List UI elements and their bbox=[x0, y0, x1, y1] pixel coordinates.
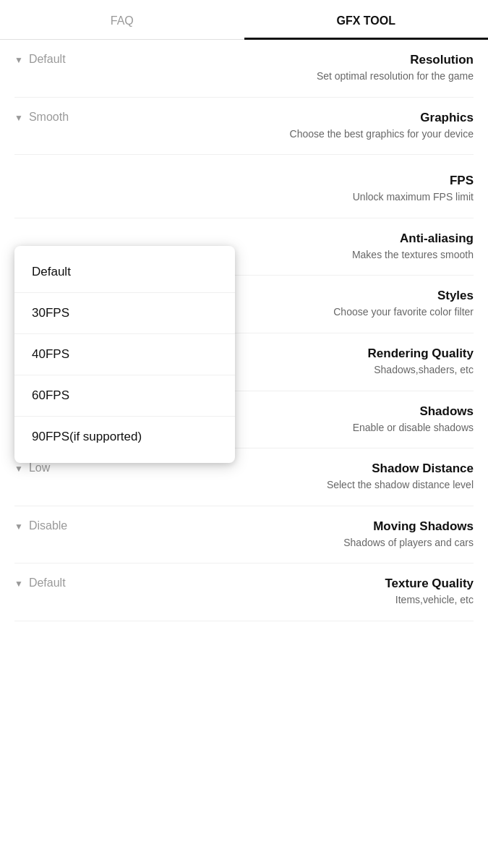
setting-right-fps: FPS Unlock maximum FPS limit bbox=[145, 174, 474, 205]
setting-row-texture-quality[interactable]: ▼ Default Texture Quality Items,vehicle,… bbox=[14, 563, 474, 621]
fps-option-90[interactable]: 90FPS(if supported) bbox=[14, 417, 235, 457]
chevron-icon-graphics: ▼ bbox=[14, 113, 23, 123]
graphics-value: Smooth bbox=[29, 111, 69, 124]
header: FAQ GFX TOOL bbox=[0, 0, 488, 40]
shadow-distance-value: Low bbox=[29, 461, 50, 475]
fps-title: FPS bbox=[145, 174, 474, 188]
setting-row-moving-shadows[interactable]: ▼ Disable Moving Shadows Shadows of play… bbox=[14, 506, 474, 564]
chevron-icon-resolution: ▼ bbox=[14, 55, 23, 65]
resolution-title: Resolution bbox=[145, 53, 474, 67]
chevron-icon-shadow-distance: ▼ bbox=[14, 464, 23, 474]
fps-desc: Unlock maximum FPS limit bbox=[145, 190, 474, 205]
setting-left-texture-quality: ▼ Default bbox=[14, 576, 145, 590]
chevron-icon-texture-quality: ▼ bbox=[14, 579, 23, 589]
setting-left-moving-shadows: ▼ Disable bbox=[14, 519, 145, 532]
anti-aliasing-title: Anti-aliasing bbox=[145, 231, 474, 246]
resolution-value: Default bbox=[29, 53, 66, 66]
fps-option-default[interactable]: Default bbox=[14, 252, 235, 293]
shadow-distance-title: Shadow Distance bbox=[145, 461, 474, 476]
setting-left-resolution: ▼ Default bbox=[14, 53, 145, 66]
fps-option-40[interactable]: 40FPS bbox=[14, 334, 235, 375]
chevron-icon-moving-shadows: ▼ bbox=[14, 522, 23, 532]
tab-faq[interactable]: FAQ bbox=[0, 0, 244, 39]
texture-quality-value: Default bbox=[29, 576, 66, 590]
setting-right-shadow-distance: Shadow Distance Select the shadow distan… bbox=[145, 461, 474, 493]
setting-row-resolution[interactable]: ▼ Default Resolution Set optimal resolut… bbox=[14, 40, 474, 98]
moving-shadows-desc: Shadows of players and cars bbox=[145, 536, 474, 550]
setting-row-graphics[interactable]: ▼ Smooth Graphics Choose the best graphi… bbox=[14, 98, 474, 156]
shadow-distance-desc: Select the shadow distance level bbox=[145, 478, 474, 493]
resolution-desc: Set optimal resolution for the game bbox=[145, 69, 474, 84]
texture-quality-title: Texture Quality bbox=[145, 576, 474, 591]
graphics-desc: Choose the best graphics for your device bbox=[145, 127, 474, 142]
moving-shadows-value: Disable bbox=[29, 519, 67, 532]
fps-option-30[interactable]: 30FPS bbox=[14, 293, 235, 334]
texture-quality-desc: Items,vehicle, etc bbox=[145, 593, 474, 608]
fps-option-60[interactable]: 60FPS bbox=[14, 375, 235, 417]
setting-left-shadow-distance: ▼ Low bbox=[14, 461, 145, 475]
fps-dropdown: Default 30FPS 40FPS 60FPS 90FPS(if suppo… bbox=[14, 246, 235, 463]
setting-right-resolution: Resolution Set optimal resolution for th… bbox=[145, 53, 474, 84]
setting-right-moving-shadows: Moving Shadows Shadows of players and ca… bbox=[145, 519, 474, 550]
moving-shadows-title: Moving Shadows bbox=[145, 519, 474, 534]
setting-left-graphics: ▼ Smooth bbox=[14, 111, 145, 124]
setting-row-fps[interactable]: FPS Unlock maximum FPS limit bbox=[14, 155, 474, 218]
graphics-title: Graphics bbox=[145, 111, 474, 125]
tab-gfx-tool[interactable]: GFX TOOL bbox=[244, 0, 489, 39]
setting-right-graphics: Graphics Choose the best graphics for yo… bbox=[145, 111, 474, 142]
setting-right-texture-quality: Texture Quality Items,vehicle, etc bbox=[145, 576, 474, 608]
